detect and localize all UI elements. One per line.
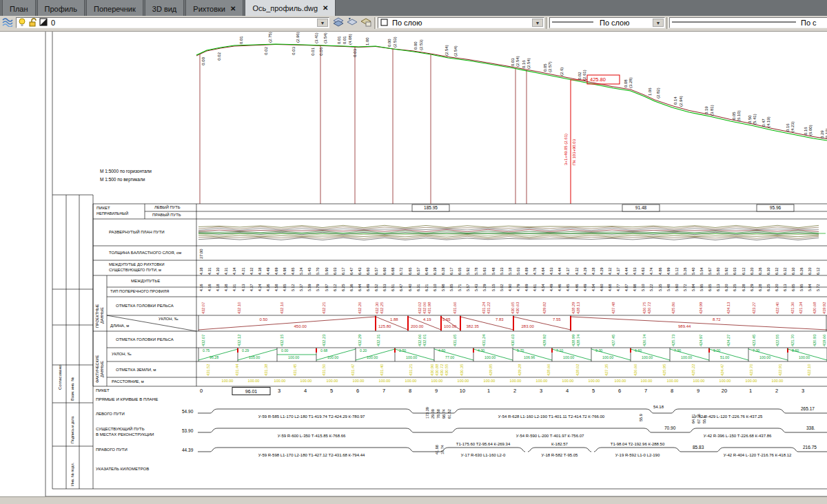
profile-slope-label: (2.94) xyxy=(679,96,683,107)
rail-elevation-proj: 432.26 xyxy=(358,302,363,314)
linetype-select[interactable]: По слою ▼ xyxy=(549,17,665,28)
distance-value: 100.00 xyxy=(510,379,522,384)
header-distance-value: 91.48 xyxy=(635,206,646,211)
curve-pk-value: 173.39 xyxy=(426,407,430,419)
mezh-value: 4.87 xyxy=(625,284,629,292)
mezh-riht-value: 6.20 xyxy=(808,268,812,275)
mezh-value: 6.36 xyxy=(350,284,354,292)
tab-3D вид[interactable]: 3D вид xyxy=(145,0,185,16)
length-fact-value: 100.00 xyxy=(327,356,338,359)
slope-fact-value: 7.30 xyxy=(753,349,759,353)
mezh-value: 4.69 xyxy=(525,284,529,292)
mezh-value: 6.10 xyxy=(433,284,437,292)
layer-manager-icon[interactable] xyxy=(360,17,373,29)
slope-fact-value: 0.20 xyxy=(360,349,367,353)
rail-elevation-fact: 429.92 xyxy=(543,335,547,346)
rail-elevation-fact: 432.01 xyxy=(423,335,427,346)
mezh-riht-value: 6.03 xyxy=(334,268,337,275)
distance-value: 100.00 xyxy=(589,379,600,384)
ballast-value: 27.00 xyxy=(200,249,204,259)
drawing-canvas[interactable]: СогласованоВзам. инв. №Подпись и датаИнв… xyxy=(0,32,827,497)
row-label-mezh-riht2: СУЩЕСТВУЮЩЕГО ПУТИ, м xyxy=(109,269,161,273)
lineweight-select[interactable]: По с xyxy=(669,17,827,28)
piket-number: 7 xyxy=(382,388,385,394)
piket-number: 6 xyxy=(356,388,359,394)
tab-Профиль[interactable]: Профиль xyxy=(37,0,85,16)
layer-select[interactable]: 0 ▼ xyxy=(16,17,329,28)
curve-pk-value: 29.09 xyxy=(431,409,436,419)
rail-elevation-fact: 432.12 xyxy=(238,335,242,346)
mezh-value: 5.57 xyxy=(467,284,470,292)
mezh-value: 5.84 xyxy=(808,284,812,292)
rail-elevation-proj: 430.65 xyxy=(511,302,515,314)
length-proj-value: 382.35 xyxy=(467,324,479,328)
mezh-riht-value: 4.29 xyxy=(584,268,587,275)
slope-fact-value: 2.50 xyxy=(399,349,406,353)
linetype-dropdown-arrow[interactable]: ▼ xyxy=(653,19,664,27)
annotation-pk: ПК 103+90.03 xyxy=(572,139,576,165)
row-label-ground: ОТМЕТКА ЗЕМЛИ, м xyxy=(116,368,156,372)
mezh-riht-value: 4.37 xyxy=(617,268,620,275)
profile-slope-label: (4.19) xyxy=(766,116,770,127)
tab-close-icon[interactable]: ✕ xyxy=(230,5,236,12)
mezh-riht-value: 6.60 xyxy=(383,268,387,275)
distance-value: 100.00 xyxy=(327,379,338,384)
row-label-uklon2: УКЛОН, ‰ xyxy=(112,353,132,357)
layer-dropdown-arrow[interactable]: ▼ xyxy=(317,19,328,27)
scale-note-horizontal: М 1:5000 по горизонтали xyxy=(100,169,152,174)
tab-Рихтовки[interactable]: Рихтовки✕ xyxy=(185,0,243,16)
tab-label: 3D вид xyxy=(152,5,177,13)
piket-number: 4 xyxy=(566,388,569,394)
tab-close-icon[interactable]: ✕ xyxy=(323,4,328,12)
rail-elevation-proj: 421.36 xyxy=(791,302,795,314)
straight-length-left: 44.39 xyxy=(182,448,193,453)
rail-elevation-proj: 432.30 xyxy=(376,302,380,314)
slope-proj-value: 7.55 xyxy=(553,317,561,322)
ground-elevation: 428.02 xyxy=(576,364,580,376)
rail-elevation-proj: 419.92 xyxy=(823,302,827,314)
row-label-mezh-riht: МЕЖДУПУТЬЕ ДО РИХТОВКИ xyxy=(109,263,165,267)
mezh-value: 6.12 xyxy=(334,284,337,292)
mezh-value: 6.21 xyxy=(425,284,429,292)
tab-План[interactable]: План xyxy=(2,0,36,16)
row-label-ballast: ТОЛЩИНА БАЛЛАСТНОГО СЛОЯ, см xyxy=(109,251,181,255)
layer-color-swatch-icon[interactable] xyxy=(39,18,52,28)
mezh-value: 4.58 xyxy=(275,284,278,292)
slope-fact-value: 4.60 xyxy=(438,349,445,353)
rail-elevation-proj: 432.07 xyxy=(202,302,206,314)
slope-fact-value: 9.30 xyxy=(595,349,602,353)
mezh-value: 5.02 xyxy=(500,284,504,292)
profile-slope-label: (2.82) xyxy=(656,87,660,98)
curve-data: У-54 R-628 L1-160 L2-190 Т1-401.11 Т2-41… xyxy=(498,414,604,419)
length-proj-value: 125.80 xyxy=(378,324,391,328)
color-select[interactable]: По слою ▼ xyxy=(378,17,544,28)
layers-palette-icon[interactable] xyxy=(2,17,14,29)
tab-Ось_профиль.dwg[interactable]: Ось_профиль.dwg✕ xyxy=(245,0,336,16)
tab-Поперечник[interactable]: Поперечник xyxy=(86,0,143,16)
mezh-value: 4.68 xyxy=(609,284,612,292)
distance-value: 100.00 xyxy=(562,379,574,384)
curve-data: У-59 R-585 L1-170 L2-180 Т1-419.74 Т2-42… xyxy=(258,414,365,419)
mezh-value: 4.24 xyxy=(258,284,262,292)
profile-slope-label: 1.06 xyxy=(648,87,652,96)
ground-elevation: 427.35 xyxy=(605,364,609,376)
layer-previous-icon[interactable] xyxy=(347,17,359,29)
rail-elevation-proj: 431.98 xyxy=(428,302,432,314)
distance-value: 100.00 xyxy=(484,379,496,384)
mezh-riht-value: 5.24 xyxy=(300,268,303,275)
rail-elevation-proj: 421.34 xyxy=(799,302,804,314)
stamp-podpis: Подпись и дата xyxy=(71,416,75,443)
color-dropdown-arrow[interactable]: ▼ xyxy=(532,19,543,27)
profile-slope-label: 0.02 xyxy=(578,72,582,80)
mezh-riht-value: 4.64 xyxy=(542,268,545,275)
length-proj-value: 450.00 xyxy=(294,324,307,328)
ground-elevation: 431.21 xyxy=(409,364,414,376)
profile-slope-label: (2.53) xyxy=(419,39,423,50)
layer-states-icon[interactable] xyxy=(333,17,345,29)
rail-elevation-fact: 426.74 xyxy=(643,335,647,346)
mezh-value: 4.16 xyxy=(208,284,212,292)
curve-pk-value: 10.74 xyxy=(441,445,445,454)
profile-slope-label: 0.01 xyxy=(343,36,347,44)
current-linetype-label: По слою xyxy=(600,19,630,27)
group-label-fact2: ДАННЫЕ xyxy=(101,361,105,377)
